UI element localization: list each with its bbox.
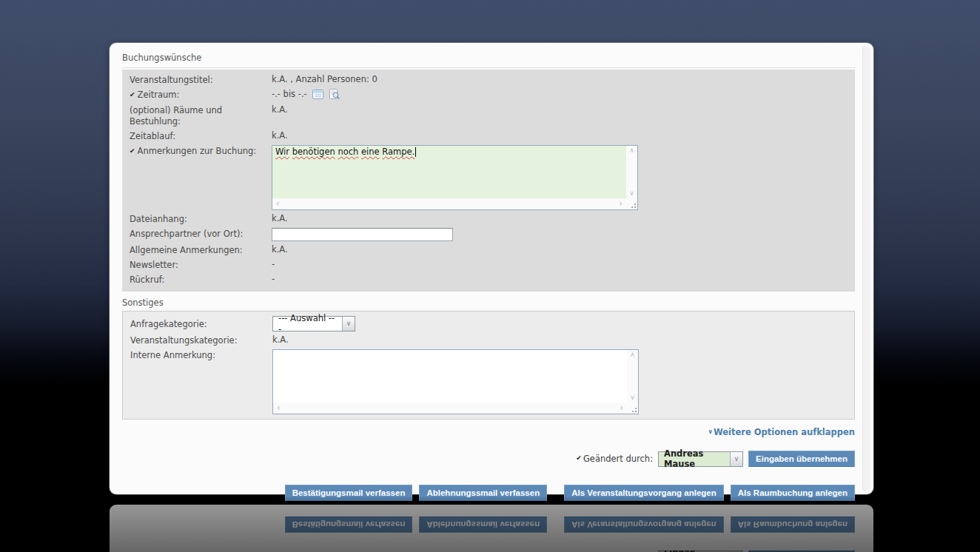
chevron-down-icon[interactable]: ∨ — [342, 317, 355, 331]
horizontal-scrollbar[interactable]: ‹ › — [272, 198, 626, 209]
interne-anmerkung-textarea[interactable]: ∧ ∨ ‹ › — [272, 349, 639, 414]
section-title-buchungswuensche: Buchungswünsche — [122, 51, 855, 68]
vertical-scrollbar[interactable]: ∧ ∨ — [627, 350, 638, 403]
sonstiges-section: Anfragekategorie: --- Auswahl --- ∨ Vera… — [122, 311, 855, 420]
chevron-down-icon: ∨ — [708, 428, 713, 435]
field-value: k.A. — [272, 244, 288, 255]
resize-grip-icon[interactable] — [630, 202, 637, 209]
section-title-sonstiges: Sonstiges — [122, 296, 855, 308]
field-label: Zeitablauf: — [130, 130, 272, 142]
row-newsletter: Newsletter: - — [122, 258, 855, 272]
row-raeume: (optional) Räume und Bestuhlung: k.A. — [122, 103, 855, 129]
rejection-mail-button[interactable]: Ablehnungssmail verfassen — [419, 485, 547, 501]
scroll-down-icon[interactable]: ∨ — [630, 394, 635, 401]
interne-anmerkung-text[interactable] — [273, 350, 627, 403]
field-value: k.A. — [272, 334, 289, 346]
field-value: - — [272, 259, 275, 270]
field-label: Interne Anmerkung: — [130, 349, 272, 361]
anmerkungen-textarea[interactable]: Wir benötigen noch eine Rampe. ∧ ∨ ‹ › — [272, 145, 638, 210]
row-zeitraum: ✔Zeitraum: -.- bis -.- — [122, 87, 855, 103]
field-label: Dateianhang: — [130, 213, 272, 225]
checkmark-icon: ✔ — [576, 454, 582, 462]
field-label: Rückruf: — [130, 274, 272, 286]
row-ansprechpartner: Ansprechpartner (vor Ort): — [122, 226, 855, 243]
scroll-left-icon[interactable]: ‹ — [276, 198, 280, 209]
changed-by-label: Geändert durch: — [583, 454, 653, 464]
scroll-up-icon[interactable]: ∧ — [629, 147, 634, 154]
confirmation-mail-button[interactable]: Bestätigungsmail verfassen — [285, 485, 413, 501]
field-value: k.A. , Anzahl Personen: 0 — [272, 74, 377, 85]
field-label: Anfragekategorie: — [130, 316, 272, 330]
ansprechpartner-input[interactable] — [272, 228, 453, 241]
changed-by-select[interactable]: Andreas Mause ∨ — [658, 451, 743, 467]
row-veranstaltungstitel: Veranstaltungstitel: k.A. , Anzahl Perso… — [122, 73, 855, 87]
field-value: - — [272, 274, 275, 285]
panel-reflection: ∨Weitere Optionen aufklappen ✔ Geändert … — [110, 497, 873, 552]
field-label: Allgemeine Anmerkungen: — [130, 244, 272, 256]
field-label: Ansprechpartner (vor Ort): — [130, 228, 272, 240]
scroll-down-icon[interactable]: ∨ — [629, 190, 634, 197]
row-zeitablauf: Zeitablauf: k.A. — [122, 129, 855, 144]
scroll-right-icon[interactable]: › — [619, 198, 622, 209]
create-room-booking-button[interactable]: Als Raumbuchung anlegen — [731, 485, 855, 501]
chevron-down-icon[interactable]: ∨ — [730, 452, 742, 466]
field-label: Veranstaltungstitel: — [130, 74, 272, 86]
action-buttons-row-reflection: Bestätigungsmail verfassen Ablehnungssma… — [122, 516, 855, 533]
row-allgemeine-anmerkungen: Allgemeine Anmerkungen: k.A. — [122, 243, 855, 258]
resize-grip-icon[interactable] — [631, 406, 637, 413]
row-anfragekategorie: Anfragekategorie: --- Auswahl --- ∨ — [123, 314, 854, 333]
booking-panel: Buchungswünsche Veranstaltungstitel: k.A… — [110, 43, 873, 494]
field-value: -.- bis -.- — [272, 89, 307, 100]
action-buttons-row: Bestätigungsmail verfassen Ablehnungssma… — [122, 485, 855, 501]
row-interne-anmerkung: Interne Anmerkung: ∧ ∨ ‹ › — [123, 348, 854, 416]
field-label: (optional) Räume und Bestuhlung: — [130, 104, 272, 127]
field-label: Veranstaltungskategorie: — [130, 334, 272, 346]
changed-by-row: ✔ Geändert durch: Andreas Mause ∨ Eingab… — [122, 451, 855, 467]
field-label: Newsletter: — [130, 259, 272, 271]
field-value: k.A. — [272, 213, 288, 224]
checkmark-icon: ✔ — [130, 91, 135, 98]
scroll-left-icon[interactable]: ‹ — [277, 403, 281, 414]
text-caret — [415, 147, 416, 157]
scroll-up-icon[interactable]: ∧ — [630, 351, 635, 358]
field-value: k.A. — [272, 104, 288, 115]
anmerkungen-text: Wir benötigen noch eine Rampe. — [275, 147, 415, 157]
checkmark-icon: ✔ — [130, 147, 135, 155]
field-label: Zeitraum: — [138, 90, 180, 100]
field-value: k.A. — [272, 130, 288, 141]
reflection-shade — [110, 497, 873, 552]
more-options-link[interactable]: ∨Weitere Optionen aufklappen — [708, 427, 855, 439]
select-value: Andreas Mause — [659, 452, 730, 466]
confirmation-mail-button-reflection: Bestätigungsmail verfassen — [285, 516, 413, 533]
preview-magnifier-icon[interactable] — [329, 89, 340, 99]
scroll-right-icon[interactable]: › — [620, 403, 623, 414]
create-room-booking-button-reflection: Als Raumbuchung anlegen — [731, 516, 855, 533]
create-event-process-button-reflection: Als Veranstaltungsvorgang anlegen — [564, 516, 724, 533]
calendar-icon[interactable] — [312, 89, 323, 99]
horizontal-scrollbar[interactable]: ‹ › — [273, 403, 627, 414]
more-options-row: ∨Weitere Optionen aufklappen — [122, 427, 855, 439]
field-label: Anmerkungen zur Buchung: — [138, 146, 257, 156]
apply-inputs-button[interactable]: Eingaben übernehmen — [748, 451, 855, 467]
rejection-mail-button-reflection: Ablehnungssmail verfassen — [419, 516, 547, 533]
row-anmerkungen: ✔Anmerkungen zur Buchung: Wir benötigen … — [122, 144, 855, 212]
booking-fields-section: Veranstaltungstitel: k.A. , Anzahl Perso… — [122, 70, 855, 292]
reflection-strip: ∨Weitere Optionen aufklappen ✔ Geändert … — [110, 505, 873, 552]
select-value: --- Auswahl --- — [273, 317, 342, 331]
anfragekategorie-select[interactable]: --- Auswahl --- ∨ — [272, 316, 355, 331]
create-event-process-button[interactable]: Als Veranstaltungsvorgang anlegen — [564, 485, 724, 501]
row-rueckruf: Rückruf: - — [122, 272, 855, 287]
row-veranstaltungskategorie: Veranstaltungskategorie: k.A. — [123, 333, 854, 348]
row-dateianhang: Dateianhang: k.A. — [122, 212, 855, 226]
vertical-scrollbar[interactable]: ∧ ∨ — [626, 146, 637, 198]
